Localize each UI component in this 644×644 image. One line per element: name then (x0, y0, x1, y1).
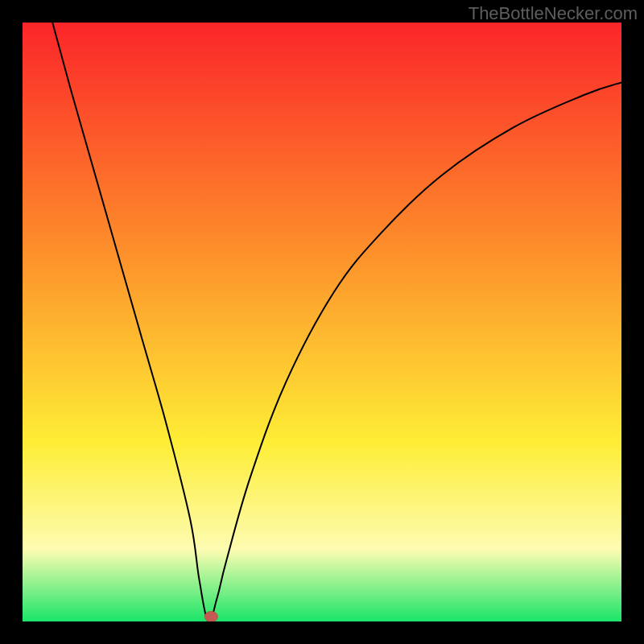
gradient-background (23, 23, 621, 621)
watermark-text: TheBottleNecker.com (469, 3, 638, 24)
chart-svg (23, 23, 621, 621)
optimal-point-marker (204, 611, 217, 621)
chart-frame: TheBottleNecker.com (0, 0, 644, 644)
plot-area (23, 23, 621, 621)
